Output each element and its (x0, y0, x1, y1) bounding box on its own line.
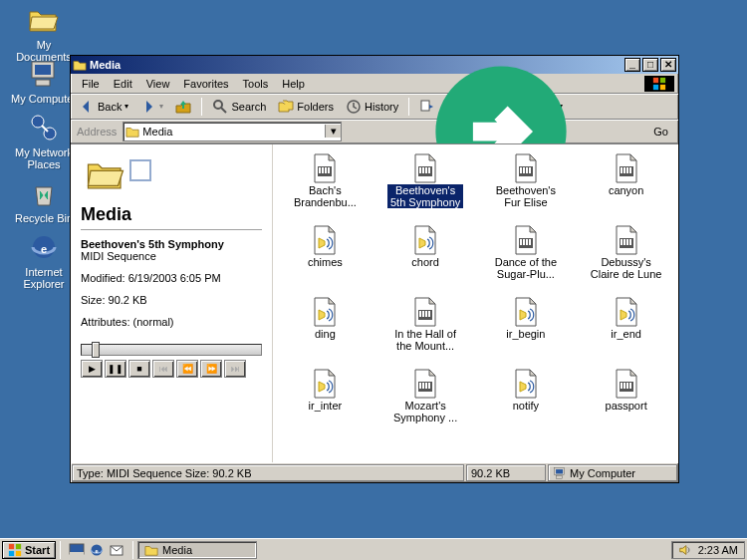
sound-file-icon (409, 224, 441, 256)
menu-edit[interactable]: Edit (107, 76, 139, 92)
file-label: canyon (609, 184, 643, 196)
pause-button[interactable]: ❚❚ (105, 360, 126, 378)
computer-icon (553, 466, 567, 480)
file-item[interactable]: chord (377, 224, 474, 288)
file-item[interactable]: passport (578, 368, 674, 431)
file-item[interactable]: Bach's Brandenbu... (277, 152, 374, 216)
file-item[interactable]: notify (478, 368, 575, 431)
volume-icon[interactable] (678, 543, 692, 557)
explorer-window: Media _ □ ✕ File Edit View Favorites Too… (70, 55, 679, 483)
back-button[interactable]: Back▾ (75, 97, 132, 117)
status-bar: Type: MIDI Sequence Size: 90.2 KB 90.2 K… (71, 462, 678, 482)
file-item[interactable]: ding (277, 296, 374, 360)
folder-up-icon (175, 99, 191, 115)
menu-favorites[interactable]: Favorites (176, 76, 235, 92)
midi-file-icon (409, 152, 441, 184)
media-player-preview: ▶ ❚❚ ■ ⏮ ⏪ ⏩ ⏭ (81, 344, 262, 378)
file-item[interactable]: Dance of the Sugar-Plu... (478, 224, 575, 288)
search-button[interactable]: Search (208, 97, 270, 117)
file-label: ir_begin (506, 328, 545, 340)
sound-file-icon (309, 224, 341, 256)
file-item[interactable]: canyon (578, 152, 674, 216)
system-tray: 2:23 AM (671, 541, 745, 559)
file-label: ir_inter (309, 400, 343, 412)
file-label: Bach's Brandenbu... (287, 184, 363, 208)
midi-file-icon (611, 152, 642, 184)
file-item[interactable]: ir_end (578, 296, 674, 360)
midi-file-icon (409, 296, 441, 328)
status-size: 90.2 KB (466, 464, 546, 481)
up-button[interactable] (171, 97, 195, 117)
quick-launch-ie[interactable] (88, 541, 106, 559)
windows-flag-icon (8, 543, 22, 557)
start-button[interactable]: Start (2, 541, 56, 559)
status-type-size: Type: MIDI Sequence Size: 90.2 KB (72, 464, 464, 481)
show-desktop-icon (69, 542, 85, 558)
sound-file-icon (309, 368, 341, 400)
ie-icon (89, 542, 105, 558)
content-area: Media Beethoven's 5th Symphony MIDI Sequ… (71, 143, 678, 462)
file-item[interactable]: In the Hall of the Mount... (377, 296, 474, 360)
sound-file-icon (309, 296, 341, 328)
midi-file-icon (611, 368, 642, 400)
file-item[interactable]: Debussy's Claire de Lune (578, 224, 674, 288)
file-item[interactable]: Beethoven's Fur Elise (478, 152, 575, 216)
info-sidebar: Media Beethoven's 5th Symphony MIDI Sequ… (71, 144, 273, 462)
file-item[interactable]: Beethoven's 5th Symphony (377, 152, 474, 216)
file-list[interactable]: Bach's Brandenbu...Beethoven's 5th Symph… (273, 144, 678, 462)
forward-button[interactable]: ▾ (136, 97, 167, 117)
rewind-button[interactable]: ⏪ (176, 360, 198, 378)
status-location: My Computer (548, 464, 677, 481)
address-value: Media (142, 126, 325, 138)
file-attributes: Attributes: (normal) (81, 316, 262, 328)
slider-thumb[interactable] (92, 342, 100, 358)
decoration-icon (128, 158, 158, 188)
file-label: Beethoven's Fur Elise (488, 184, 564, 208)
menu-file[interactable]: File (75, 76, 107, 92)
file-label: chimes (308, 256, 343, 268)
file-item[interactable]: ir_begin (478, 296, 575, 360)
file-label: ding (315, 328, 336, 340)
folder-icon (125, 125, 139, 139)
menu-tools[interactable]: Tools (236, 76, 276, 92)
midi-file-icon (611, 224, 642, 256)
seek-slider[interactable] (81, 344, 262, 356)
skip-forward-button[interactable]: ⏭ (224, 360, 246, 378)
address-input[interactable]: Media ▾ (123, 122, 342, 141)
file-label: Beethoven's 5th Symphony (387, 184, 463, 208)
file-label: Dance of the Sugar-Plu... (488, 256, 564, 280)
midi-file-icon (309, 152, 341, 184)
clock: 2:23 AM (698, 544, 738, 556)
big-folder-icon (81, 154, 130, 194)
file-type: MIDI Sequence (81, 250, 262, 262)
file-label: Mozart's Symphony ... (387, 400, 463, 423)
file-item[interactable]: ir_inter (277, 368, 374, 431)
svg-rect-29 (130, 160, 150, 180)
midi-file-icon (510, 152, 542, 184)
taskbar: Start Media 2:23 AM (0, 538, 747, 560)
menu-view[interactable]: View (139, 76, 177, 92)
arrow-right-icon (140, 99, 156, 115)
file-size: Size: 90.2 KB (81, 294, 262, 306)
file-label: ir_end (611, 328, 641, 340)
sound-file-icon (611, 296, 642, 328)
folders-button[interactable]: Folders (274, 97, 338, 117)
forward-button[interactable]: ⏩ (200, 360, 222, 378)
quick-launch-outlook[interactable] (108, 541, 125, 559)
file-label: passport (606, 400, 647, 412)
midi-file-icon (510, 224, 542, 256)
dropdown-icon[interactable]: ▾ (325, 125, 341, 138)
taskbar-item-media[interactable]: Media (137, 541, 257, 559)
play-button[interactable]: ▶ (81, 360, 103, 378)
outlook-icon (109, 542, 124, 558)
file-item[interactable]: Mozart's Symphony ... (377, 368, 474, 431)
separator (60, 541, 61, 559)
sound-file-icon (510, 296, 542, 328)
address-label: Address (75, 126, 119, 138)
file-item[interactable]: chimes (277, 224, 374, 288)
menu-help[interactable]: Help (275, 76, 312, 92)
file-label: notify (513, 400, 539, 412)
quick-launch-show-desktop[interactable] (68, 541, 86, 559)
skip-back-button[interactable]: ⏮ (152, 360, 174, 378)
stop-button[interactable]: ■ (128, 360, 150, 378)
